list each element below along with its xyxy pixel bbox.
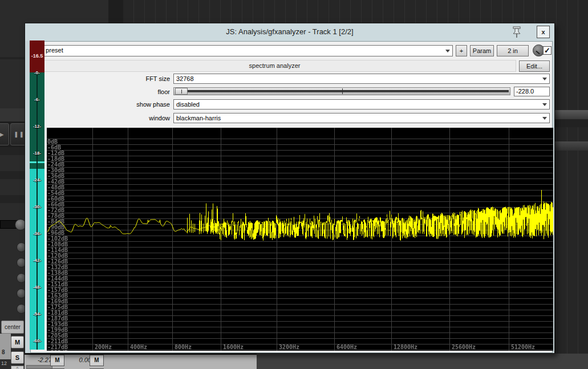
mute-button[interactable]: M [11, 336, 24, 348]
show-phase-value: disabled [176, 101, 200, 108]
track-lane-band [555, 141, 588, 151]
meter-tick: -12- [30, 124, 44, 129]
track-lane-band [555, 110, 588, 119]
titlebar[interactable]: JS: Analysis/gfxanalyzer - Track 1 [2/2]… [25, 23, 554, 41]
pan-center-button[interactable]: center [1, 321, 24, 334]
window-param-label: window [33, 115, 170, 121]
meter-tick: -0- [30, 70, 44, 75]
track-number-label: 12 [1, 360, 7, 366]
meter-readout: -16.5 [30, 53, 44, 59]
mixer-strip: -2.27 M 0.00 M [25, 354, 257, 369]
meter-tick: -6- [30, 97, 44, 102]
preset-combobox[interactable]: No preset [33, 45, 453, 56]
mute-button-right[interactable]: M [90, 355, 104, 366]
meter-tick: -30- [30, 204, 44, 209]
volume-readout-left: -2.27 [29, 356, 52, 363]
show-phase-label: show phase [33, 101, 170, 108]
window-combobox[interactable]: blackman-harris [173, 113, 550, 123]
track-meter: -16.5 -0--6--12--18--24--30--36--42--48-… [30, 40, 44, 350]
floor-value-box[interactable]: -228.0 [514, 87, 550, 96]
fx-client-area: No preset + Param 2 in ✓ spectrum analyz… [30, 41, 553, 353]
chevron-down-icon [542, 103, 547, 106]
floor-slider-handle[interactable] [175, 88, 188, 95]
solo-button[interactable]: S [11, 351, 24, 364]
bypass-checkbox[interactable]: ✓ [543, 46, 551, 55]
slider-center-notch [342, 88, 343, 94]
spectrum-canvas[interactable] [47, 128, 553, 351]
param-button[interactable]: Param [470, 45, 494, 56]
meter-tick: -60- [30, 338, 44, 343]
fx-slot-column [0, 334, 11, 359]
mute-button-left[interactable]: M [50, 355, 64, 366]
track-divider [108, 0, 123, 23]
chevron-down-icon [445, 50, 450, 52]
meter-tick: -42- [30, 258, 44, 263]
meter-channel-divider [37, 72, 38, 350]
play-button[interactable]: ▶ [0, 123, 9, 145]
pause-icon: ❚❚ [14, 131, 25, 137]
edit-button[interactable]: Edit... [519, 60, 550, 72]
window-title: JS: Analysis/gfxanalyzer - Track 1 [2/2] [25, 27, 554, 36]
meter-tick: -24- [30, 177, 44, 183]
close-button[interactable]: x [537, 26, 550, 38]
show-phase-combobox[interactable]: disabled [173, 99, 550, 110]
screen: { "window": { "title": "JS: Analysis/gfx… [0, 0, 588, 369]
fft-size-value: 32768 [176, 75, 194, 82]
meter-tick: -18- [30, 151, 44, 156]
meter-tick: -54- [30, 311, 44, 317]
chevron-down-icon [542, 78, 547, 80]
meter-tick: -36- [30, 231, 44, 236]
volume-readout-right: 0.00 [68, 356, 91, 363]
pin-icon[interactable] [511, 26, 522, 38]
handle-mark [181, 90, 182, 94]
track-lane-band [555, 119, 588, 127]
fft-size-combobox[interactable]: 32768 [173, 74, 550, 84]
check-icon: ✓ [544, 46, 550, 55]
meter-tick: -48- [30, 285, 44, 290]
floor-slider[interactable] [173, 87, 510, 95]
play-icon: ▶ [0, 129, 4, 140]
fft-size-label: FFT size [33, 75, 170, 82]
mixer-background [257, 354, 588, 369]
chevron-down-icon [542, 117, 547, 120]
collapse-button[interactable]: ^ [11, 366, 24, 369]
add-preset-button[interactable]: + [456, 45, 467, 56]
knob-pointer [536, 51, 540, 55]
mini-fader[interactable] [26, 365, 52, 369]
fx-window: JS: Analysis/gfxanalyzer - Track 1 [2/2]… [25, 23, 555, 354]
track-number-label: 8 [2, 349, 5, 355]
floor-label: floor [33, 88, 170, 95]
plugin-name-label: spectrum analyzer [33, 60, 516, 72]
window-param-value: blackman-harris [176, 115, 221, 121]
io-button[interactable]: 2 in [497, 45, 529, 56]
